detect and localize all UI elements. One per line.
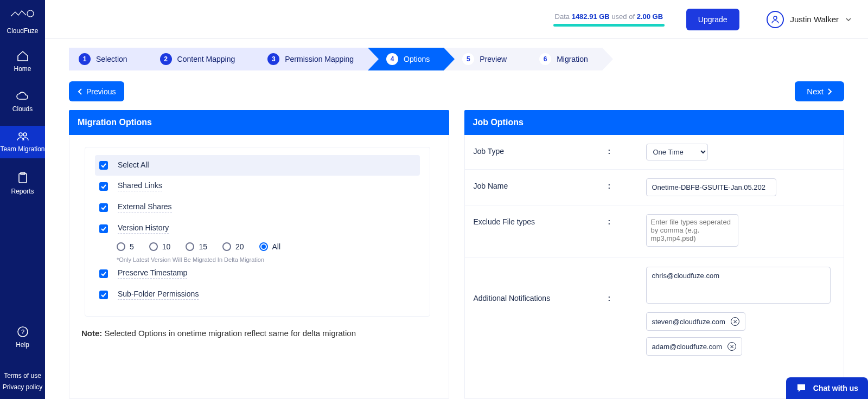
exclude-filetypes-row: Exclude File types : [465, 205, 844, 258]
notification-tag: adam@cloudfuze.com ✕ [646, 337, 743, 356]
stepper: 1Selection 2Content Mapping 3Permission … [69, 48, 844, 70]
version-radio-5[interactable]: 5 [117, 242, 134, 251]
next-button[interactable]: Next [795, 81, 844, 101]
notification-tag: steven@cloudfuze.com ✕ [646, 312, 745, 331]
job-options-title: Job Options [464, 110, 845, 135]
sidebar-item-label: Reports [11, 188, 34, 195]
chat-widget[interactable]: Chat with us [786, 377, 868, 399]
svg-point-1 [19, 133, 22, 136]
job-options-panel: Job Options Job Type : One Time [464, 110, 845, 399]
user-name: Justin Walker [790, 15, 839, 24]
version-radio-15[interactable]: 15 [186, 242, 207, 251]
select-all-checkbox[interactable] [99, 161, 108, 170]
step-options[interactable]: 4Options [368, 48, 444, 70]
upgrade-button[interactable]: Upgrade [686, 9, 739, 30]
job-name-input[interactable] [646, 178, 776, 196]
job-type-select[interactable]: One Time [646, 144, 708, 160]
additional-notifications-label: Additional Notifications [474, 267, 608, 303]
version-history-row[interactable]: Version History [95, 218, 420, 239]
cloud-icon [16, 91, 30, 102]
chat-icon [796, 383, 807, 394]
sidebar-item-label: Home [14, 65, 31, 73]
sidebar-item-home[interactable]: Home [0, 44, 45, 78]
select-all-label: Select All [118, 160, 149, 170]
sidebar-item-label: Team Migration [0, 145, 44, 153]
version-radio-10[interactable]: 10 [149, 242, 171, 251]
shared-links-checkbox[interactable] [99, 182, 108, 191]
usage-total: 2.00 GB [637, 12, 663, 21]
sidebar-item-team-migration[interactable]: Team Migration [0, 126, 45, 158]
terms-link[interactable]: Terms of use [0, 370, 45, 381]
subfolder-permissions-label: Sub-Folder Permissions [118, 289, 199, 300]
subfolder-permissions-checkbox[interactable] [99, 291, 108, 299]
preserve-timestamp-label: Preserve Timestamp [118, 268, 187, 279]
privacy-link[interactable]: Privacy policy [0, 382, 45, 392]
svg-point-7 [774, 16, 777, 20]
step-permission-mapping[interactable]: 3Permission Mapping [249, 48, 368, 70]
version-history-label: Version History [118, 223, 169, 234]
step-migration[interactable]: 6Migration [521, 48, 602, 70]
usage-bar [553, 24, 665, 27]
users-icon [16, 131, 30, 142]
step-selection[interactable]: 1Selection [69, 48, 142, 70]
external-shares-label: External Shares [118, 202, 172, 213]
sidebar-item-label: Clouds [12, 105, 33, 113]
job-name-label: Job Name [474, 178, 608, 190]
main: Data 1482.91 GB used of 2.00 GB Upgrade … [45, 0, 868, 399]
step-preview[interactable]: 5Preview [444, 48, 521, 70]
sidebar-item-help[interactable]: ? Help [0, 320, 45, 354]
sidebar: CloudFuze Home Clouds Team Migration Rep… [0, 0, 45, 399]
topbar: Data 1482.91 GB used of 2.00 GB Upgrade … [45, 0, 868, 39]
version-radio-20[interactable]: 20 [222, 242, 244, 251]
migration-options-panel: Migration Options Select All Shared Link… [69, 110, 449, 399]
version-history-checkbox[interactable] [99, 224, 108, 233]
preserve-timestamp-row[interactable]: Preserve Timestamp [95, 263, 420, 284]
additional-notifications-row: Additional Notifications : steven@cloudf… [465, 258, 844, 364]
avatar-icon [767, 11, 784, 28]
migration-note: Note: Selected Options in onetime migrat… [69, 317, 449, 350]
svg-point-0 [27, 10, 34, 17]
chevron-right-icon [827, 88, 832, 95]
select-all-row[interactable]: Select All [95, 155, 420, 176]
exclude-filetypes-label: Exclude File types [474, 214, 608, 226]
job-type-label: Job Type [474, 144, 608, 156]
job-name-row: Job Name : [465, 170, 844, 205]
sidebar-item-reports[interactable]: Reports [0, 166, 45, 201]
notification-email-input[interactable] [646, 267, 831, 304]
migration-options-title: Migration Options [69, 110, 449, 135]
preserve-timestamp-checkbox[interactable] [99, 269, 108, 278]
content: 1Selection 2Content Mapping 3Permission … [45, 39, 868, 399]
remove-tag-icon[interactable]: ✕ [731, 317, 739, 326]
external-shares-row[interactable]: External Shares [95, 197, 420, 218]
sidebar-item-label: Help [16, 341, 29, 349]
chevron-down-icon [845, 16, 852, 23]
clipboard-icon [17, 171, 29, 184]
shared-links-label: Shared Links [118, 181, 162, 191]
svg-point-2 [23, 133, 27, 136]
subfolder-permissions-row[interactable]: Sub-Folder Permissions [95, 284, 420, 305]
sidebar-item-clouds[interactable]: Clouds [0, 86, 45, 118]
version-radio-group: 5 10 15 20 All [95, 239, 420, 254]
previous-button[interactable]: Previous [69, 81, 124, 101]
step-content-mapping[interactable]: 2Content Mapping [142, 48, 250, 70]
exclude-filetypes-input[interactable] [646, 214, 738, 247]
job-type-row: Job Type : One Time [465, 135, 844, 170]
version-radio-all[interactable]: All [259, 242, 281, 251]
help-icon: ? [17, 326, 29, 338]
home-icon [16, 50, 29, 62]
chat-label: Chat with us [813, 384, 858, 392]
usage-meter: Data 1482.91 GB used of 2.00 GB [553, 12, 665, 27]
usage-used: 1482.91 GB [572, 12, 610, 21]
remove-tag-icon[interactable]: ✕ [727, 342, 736, 351]
chevron-left-icon [78, 88, 83, 95]
user-menu[interactable]: Justin Walker [767, 11, 852, 28]
usage-word-data: Data [555, 12, 570, 21]
version-note: *Only Latest Version Will Be Migrated In… [95, 256, 420, 263]
brand-name: CloudFuze [7, 27, 38, 35]
external-shares-checkbox[interactable] [99, 203, 108, 212]
usage-word-usedof: used of [611, 12, 635, 21]
brand-logo [10, 8, 36, 21]
svg-text:?: ? [21, 329, 24, 335]
shared-links-row[interactable]: Shared Links [95, 176, 420, 197]
